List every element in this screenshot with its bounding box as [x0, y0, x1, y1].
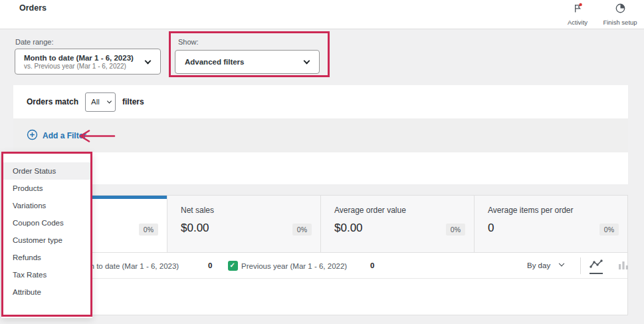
- legend-label-previous-year: Previous year (Mar 1 - 6, 2022): [241, 262, 347, 270]
- menu-item-products[interactable]: Products: [1, 180, 92, 197]
- menu-item-customer-type[interactable]: Customer type: [1, 232, 92, 249]
- stat-delta-badge: 0%: [292, 224, 312, 236]
- orders-analytics-page: { "colors": { "annotation_crimson": "#cc…: [0, 0, 644, 324]
- show-filters-value: Advanced filters: [185, 58, 296, 66]
- page-title: Orders: [19, 3, 47, 13]
- stat-value: $0.00: [181, 222, 307, 235]
- filter-type-menu: Order Status Products Variations Coupon …: [1, 152, 92, 318]
- stat-value: 0: [488, 222, 614, 235]
- menu-item-coupon-codes[interactable]: Coupon Codes: [1, 214, 92, 232]
- add-filter-row: Add a Filter: [13, 118, 628, 152]
- match-rule-select[interactable]: All: [85, 92, 116, 112]
- setup-progress-icon: [615, 3, 626, 17]
- stat-delta-badge: 0%: [139, 224, 158, 236]
- plus-circle-icon: [27, 129, 38, 142]
- legend-value-current-period: 0: [208, 261, 212, 269]
- finish-setup-button[interactable]: Finish setup: [599, 3, 641, 26]
- interval-value: By day: [527, 261, 550, 269]
- add-filter-button[interactable]: Add a Filter: [27, 129, 86, 142]
- legend-checkbox-previous-year[interactable]: [228, 261, 238, 271]
- orders-report-panel: 0% Net sales $0.00 0% Average order valu…: [13, 195, 628, 315]
- advanced-filters-card: Orders match All filters Add a Filter: [13, 85, 628, 184]
- stat-label: Average items per order: [488, 206, 614, 215]
- stat-tab-net-sales[interactable]: Net sales $0.00 0%: [167, 196, 321, 252]
- menu-item-tax-rates[interactable]: Tax Rates: [1, 266, 92, 283]
- menu-item-attribute[interactable]: Attribute: [1, 283, 92, 301]
- stat-delta-badge: 0%: [446, 224, 465, 236]
- legend-divider: [580, 257, 581, 274]
- date-range-value: Month to date (Mar 1 - 6, 2023): [24, 54, 138, 62]
- activity-flag-icon: [572, 3, 584, 17]
- stat-label: Average order value: [334, 206, 461, 215]
- filters-match-row: Orders match All filters: [13, 85, 628, 118]
- activity-label: Activity: [568, 19, 588, 26]
- stat-tab-average-order-value[interactable]: Average order value $0.00 0%: [321, 196, 475, 252]
- stat-label: Net sales: [181, 206, 307, 215]
- show-label: Show:: [178, 38, 199, 46]
- chart-area: [14, 279, 627, 314]
- chevron-down-icon: [304, 58, 310, 65]
- add-filter-label: Add a Filter: [43, 131, 86, 140]
- stat-delta-badge: 0%: [599, 224, 619, 236]
- menu-item-order-status[interactable]: Order Status: [1, 162, 92, 180]
- date-range-label: Date range:: [15, 38, 53, 46]
- menu-item-refunds[interactable]: Refunds: [1, 249, 92, 266]
- activity-button[interactable]: Activity: [556, 3, 599, 26]
- interval-select[interactable]: By day: [527, 261, 564, 269]
- match-rule-value: All: [91, 98, 100, 106]
- finish-setup-label: Finish setup: [603, 19, 637, 26]
- match-prefix-text: Orders match: [27, 97, 78, 106]
- stat-value: $0.00: [334, 222, 461, 235]
- bar-chart-toggle-icon[interactable]: [618, 260, 629, 272]
- top-header-bar: Orders Activity Finish setup: [0, 0, 644, 29]
- date-range-dropdown[interactable]: Month to date (Mar 1 - 6, 2023) vs. Prev…: [15, 49, 161, 75]
- summary-stats-row: 0% Net sales $0.00 0% Average order valu…: [14, 196, 627, 253]
- menu-item-variations[interactable]: Variations: [1, 197, 92, 214]
- filters-card-footer: [13, 152, 628, 184]
- chevron-down-icon: [107, 98, 112, 103]
- chevron-down-icon: [145, 57, 152, 64]
- header-actions: Activity Finish setup: [556, 3, 641, 26]
- line-chart-toggle-icon[interactable]: [590, 259, 603, 274]
- chevron-down-icon: [559, 261, 564, 266]
- stat-tab-average-items-per-order[interactable]: Average items per order 0 0%: [475, 196, 627, 252]
- match-suffix-text: filters: [122, 97, 144, 106]
- show-filters-dropdown[interactable]: Advanced filters: [175, 50, 320, 74]
- legend-value-previous-year: 0: [370, 261, 374, 269]
- date-range-comparison: vs. Previous year (Mar 1 - 6, 2022): [24, 63, 138, 70]
- chart-legend-row: Month to date (Mar 1 - 6, 2023) 0 Previo…: [14, 253, 627, 279]
